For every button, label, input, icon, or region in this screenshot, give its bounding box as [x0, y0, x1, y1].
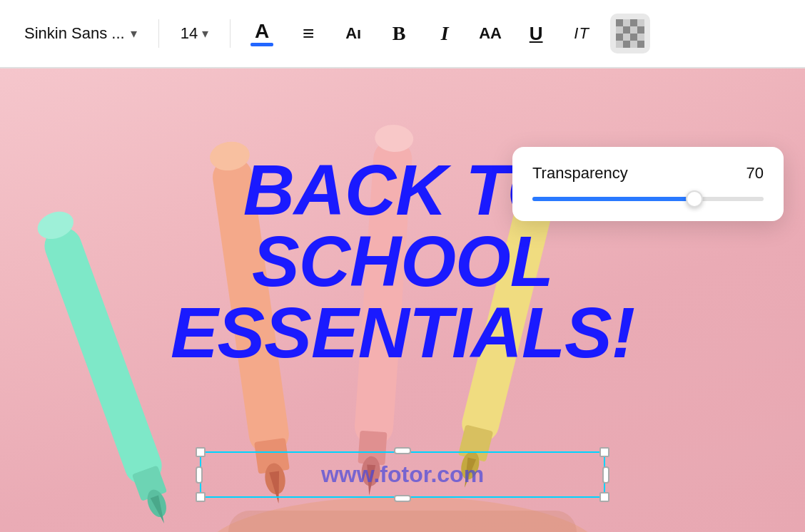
- bold-icon: B: [393, 22, 406, 45]
- transparency-value: 70: [746, 164, 764, 183]
- font-color-button[interactable]: A: [245, 16, 279, 51]
- handle-middle-left[interactable]: [196, 466, 203, 484]
- font-color-letter: A: [255, 21, 269, 41]
- tracking-button[interactable]: IT: [564, 16, 599, 51]
- italic-icon: I: [441, 22, 449, 45]
- font-chevron-icon: ▾: [131, 26, 137, 41]
- transparency-popup: Transparency 70: [512, 147, 784, 221]
- handle-top-right[interactable]: [599, 447, 609, 457]
- font-size-adjust-button[interactable]: AA: [473, 16, 507, 51]
- font-name-label: Sinkin Sans ...: [24, 24, 125, 43]
- url-text[interactable]: www.fotor.com: [321, 461, 484, 487]
- handle-middle-right[interactable]: [602, 466, 609, 484]
- font-color-bar: [250, 43, 273, 46]
- font-size-value: 14: [181, 24, 198, 43]
- handle-bottom-middle[interactable]: [394, 495, 411, 502]
- case-icon: Aı: [345, 24, 361, 43]
- handle-bottom-right[interactable]: [599, 492, 609, 502]
- case-button[interactable]: Aı: [336, 16, 370, 51]
- handle-top-middle[interactable]: [394, 447, 411, 454]
- italic-button[interactable]: I: [427, 16, 462, 51]
- headline-line2: SCHOOL: [29, 225, 776, 297]
- transparency-header: Transparency 70: [532, 164, 764, 183]
- transparency-slider-thumb[interactable]: [686, 190, 703, 208]
- underline-icon: U: [530, 23, 543, 45]
- divider-2: [230, 19, 231, 48]
- transparency-button[interactable]: [610, 14, 650, 53]
- toolbar: Sinkin Sans ... ▾ 14 ▾ A ≡ Aı B I AA U I…: [0, 0, 805, 68]
- align-icon: ≡: [303, 22, 313, 45]
- canvas-area: BACK TO SCHOOL ESSENTIALS! www.fotor.com…: [0, 68, 805, 532]
- transparency-slider-track[interactable]: [532, 197, 764, 201]
- font-size-selector[interactable]: 14 ▾: [173, 20, 216, 47]
- checker-icon: [616, 19, 644, 48]
- svg-rect-21: [228, 511, 577, 532]
- size-chevron-icon: ▾: [202, 26, 208, 41]
- handle-top-left[interactable]: [196, 447, 206, 457]
- font-size-adjust-icon: AA: [479, 24, 502, 43]
- divider-1: [158, 19, 159, 48]
- headline-line3: ESSENTIALS!: [29, 297, 776, 368]
- underline-button[interactable]: U: [519, 16, 553, 51]
- align-button[interactable]: ≡: [290, 16, 325, 51]
- tracking-icon: IT: [574, 24, 589, 43]
- url-textbox[interactable]: www.fotor.com: [200, 451, 605, 498]
- bold-button[interactable]: B: [382, 16, 416, 51]
- transparency-label: Transparency: [532, 164, 628, 183]
- transparency-slider-fill: [532, 197, 694, 201]
- url-textbox-wrapper[interactable]: www.fotor.com: [200, 451, 605, 498]
- handle-bottom-left[interactable]: [196, 492, 206, 502]
- font-family-selector[interactable]: Sinkin Sans ... ▾: [17, 20, 144, 47]
